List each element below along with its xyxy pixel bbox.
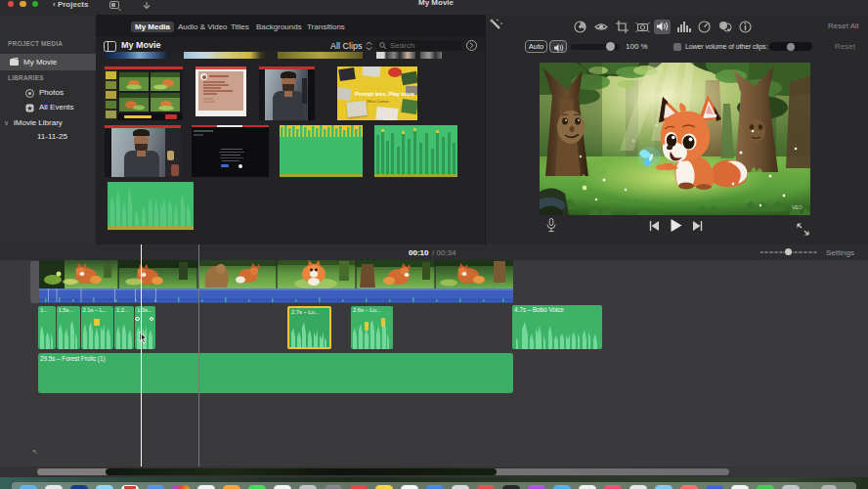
svg-text:VEO: VEO (792, 204, 803, 210)
